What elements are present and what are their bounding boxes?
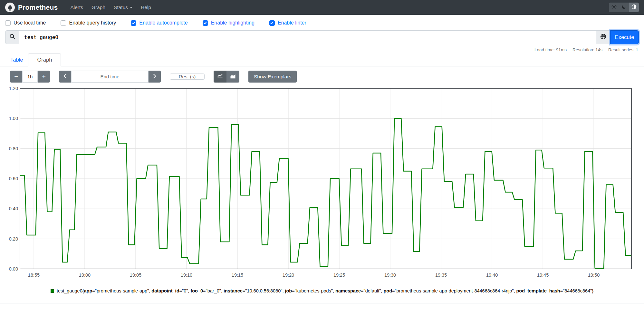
line-chart-button[interactable]: [214, 71, 226, 83]
svg-text:1.20: 1.20: [9, 86, 18, 91]
caret-down-icon: [130, 7, 132, 8]
moon-icon: [621, 5, 626, 11]
svg-text:19:45: 19:45: [537, 272, 549, 278]
expression-input[interactable]: [19, 30, 596, 44]
brand[interactable]: Prometheus: [5, 3, 58, 12]
nav-link-help[interactable]: Help: [137, 2, 155, 13]
option-use-local-time[interactable]: Use local time: [5, 20, 46, 26]
option-enable-highlighting[interactable]: Enable highlighting: [203, 20, 255, 26]
globe-icon: [600, 34, 606, 41]
navbar: Prometheus AlertsGraphStatusHelp: [0, 0, 644, 15]
graph-chart[interactable]: 0.000.200.400.600.801.001.2018:5519:0019…: [8, 86, 636, 281]
svg-text:19:25: 19:25: [333, 272, 345, 278]
stat-item: Resolution: 14s: [572, 47, 602, 52]
svg-text:19:50: 19:50: [588, 272, 600, 278]
svg-text:1.00: 1.00: [9, 116, 18, 121]
chart-svg[interactable]: 0.000.200.400.600.801.001.2018:5519:0019…: [8, 86, 636, 279]
svg-text:19:20: 19:20: [283, 272, 294, 278]
chevron-right-icon: [153, 73, 156, 80]
tab-graph[interactable]: Graph: [28, 53, 61, 66]
option-label: Enable highlighting: [211, 20, 255, 26]
prometheus-logo-icon: [5, 3, 15, 12]
stat-item: Result series: 1: [608, 47, 638, 52]
svg-text:19:35: 19:35: [435, 272, 447, 278]
option-label: Use local time: [14, 20, 46, 26]
query-stats: Load time: 91msResolution: 14sResult ser…: [0, 47, 638, 53]
checkbox-unchecked-icon[interactable]: [5, 20, 11, 26]
end-time-group: [59, 71, 161, 83]
tab-table[interactable]: Table: [5, 54, 28, 66]
range-decrease-button[interactable]: −: [10, 71, 22, 83]
options-row: Use local timeEnable query historyEnable…: [0, 15, 644, 30]
range-increase-button[interactable]: +: [38, 71, 50, 83]
time-forward-button[interactable]: [149, 71, 161, 83]
svg-text:0.60: 0.60: [9, 176, 18, 181]
option-label: Enable query history: [69, 20, 116, 26]
series-swatch: [51, 289, 54, 293]
graph-controls: − +: [10, 71, 644, 83]
svg-text:19:10: 19:10: [181, 272, 192, 278]
option-enable-linter[interactable]: Enable linter: [269, 20, 306, 26]
option-label: Enable linter: [278, 20, 306, 26]
option-label: Enable autocomplete: [139, 20, 187, 26]
svg-text:19:05: 19:05: [130, 272, 141, 278]
checkbox-checked-icon[interactable]: [203, 20, 208, 26]
svg-text:0.80: 0.80: [9, 146, 18, 151]
metrics-explorer-addon[interactable]: [596, 30, 610, 44]
svg-text:19:30: 19:30: [384, 272, 396, 278]
stacked-chart-icon: [230, 74, 236, 80]
query-input-group: Execute: [5, 30, 639, 44]
end-time-input[interactable]: [71, 71, 149, 83]
series-legend[interactable]: test_gauge0{app="prometheus-sample-app",…: [0, 288, 644, 293]
theme-toggle-group: [609, 3, 639, 12]
svg-text:18:55: 18:55: [28, 272, 40, 278]
option-enable-autocomplete[interactable]: Enable autocomplete: [131, 20, 187, 26]
resolution-input[interactable]: [170, 74, 205, 80]
dark-theme-button[interactable]: [619, 3, 629, 12]
chevron-left-icon: [63, 73, 67, 80]
line-chart-icon: [217, 74, 223, 80]
range-group: − +: [10, 71, 50, 83]
auto-theme-button[interactable]: [629, 3, 639, 12]
show-exemplars-button[interactable]: Show Exemplars: [248, 71, 297, 83]
time-back-button[interactable]: [59, 71, 71, 83]
checkbox-checked-icon[interactable]: [131, 20, 136, 26]
series-label-text: test_gauge0{app="prometheus-sample-app",…: [57, 288, 593, 293]
search-icon: [9, 34, 15, 41]
execute-button[interactable]: Execute: [610, 30, 639, 44]
brand-name: Prometheus: [18, 4, 58, 11]
light-theme-button[interactable]: [609, 3, 619, 12]
stat-item: Load time: 91ms: [534, 47, 567, 52]
stacked-chart-button[interactable]: [226, 71, 239, 83]
nav-link-status[interactable]: Status: [110, 2, 137, 13]
nav-links: AlertsGraphStatusHelp: [66, 2, 155, 13]
panel-bottom-border: [0, 303, 644, 303]
range-input[interactable]: [22, 71, 38, 83]
chart-type-toggle: [214, 71, 239, 83]
svg-text:19:15: 19:15: [232, 272, 243, 278]
checkbox-unchecked-icon[interactable]: [61, 20, 66, 26]
nav-link-alerts[interactable]: Alerts: [66, 2, 87, 13]
svg-text:0.40: 0.40: [9, 206, 18, 211]
svg-text:19:40: 19:40: [486, 272, 498, 278]
auto-contrast-icon: [631, 4, 637, 11]
checkbox-checked-icon[interactable]: [269, 20, 275, 26]
nav-link-graph[interactable]: Graph: [87, 2, 110, 13]
sun-icon: [611, 4, 617, 11]
panel-tabs: Table Graph: [0, 53, 644, 66]
svg-text:0.20: 0.20: [9, 236, 18, 242]
search-addon: [5, 30, 19, 44]
svg-text:19:00: 19:00: [79, 272, 91, 278]
svg-text:0.00: 0.00: [9, 266, 18, 272]
option-enable-query-history[interactable]: Enable query history: [61, 20, 116, 26]
